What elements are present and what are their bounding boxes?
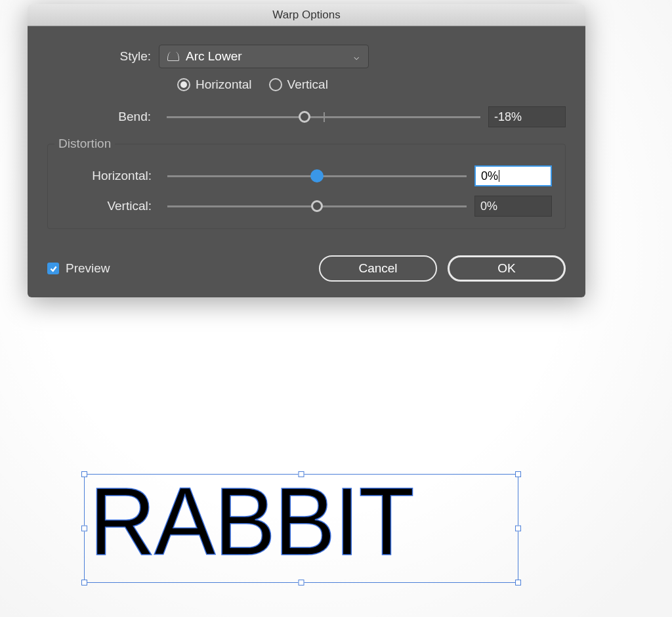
orientation-horizontal-radio[interactable]: Horizontal xyxy=(177,77,252,92)
selection-handle-tm[interactable] xyxy=(299,471,304,477)
selection-handle-ml[interactable] xyxy=(81,526,87,532)
chevron-down-icon: ⌵ xyxy=(354,51,359,62)
selection-bounding-box xyxy=(84,474,518,583)
canvas-selection[interactable]: RABBIT xyxy=(84,473,520,584)
distortion-horizontal-row: Horizontal: 0% xyxy=(48,165,552,186)
distortion-vertical-value: 0% xyxy=(480,200,497,213)
style-value: Arc Lower xyxy=(186,49,347,64)
dialog-title: Warp Options xyxy=(272,9,340,22)
warp-options-dialog: Warp Options Style: Arc Lower ⌵ Horizont… xyxy=(28,4,585,297)
distortion-vertical-label: Vertical: xyxy=(48,199,159,213)
ok-button[interactable]: OK xyxy=(448,255,566,282)
bend-row: Bend: -18% xyxy=(47,106,566,127)
selection-handle-tr[interactable] xyxy=(515,471,521,477)
orientation-vertical-label: Vertical xyxy=(287,77,328,92)
distortion-vertical-row: Vertical: 0% xyxy=(48,196,552,217)
distortion-vertical-thumb[interactable] xyxy=(311,200,323,212)
distortion-horizontal-thumb[interactable] xyxy=(310,169,324,182)
selection-handle-tl[interactable] xyxy=(81,471,87,477)
dialog-body: Style: Arc Lower ⌵ Horizontal Vertical B… xyxy=(28,26,585,297)
orientation-horizontal-label: Horizontal xyxy=(196,77,252,92)
preview-label: Preview xyxy=(66,261,110,276)
distortion-legend: Distortion xyxy=(54,137,115,151)
orientation-radios: Horizontal Vertical xyxy=(177,77,566,92)
style-select[interactable]: Arc Lower ⌵ xyxy=(159,45,369,68)
distortion-group: Distortion Horizontal: 0% Vertical: 0% xyxy=(47,137,566,229)
slider-center-tick xyxy=(324,112,325,122)
bend-value-field[interactable]: -18% xyxy=(488,106,566,127)
distortion-vertical-slider[interactable] xyxy=(167,205,467,207)
bend-slider[interactable] xyxy=(167,116,480,118)
cancel-button[interactable]: Cancel xyxy=(319,255,437,282)
preview-checkbox[interactable] xyxy=(47,263,59,274)
text-caret-icon xyxy=(499,170,499,182)
dialog-footer: Preview Cancel OK xyxy=(47,255,566,282)
distortion-horizontal-slider[interactable] xyxy=(167,175,467,177)
style-row: Style: Arc Lower ⌵ xyxy=(47,45,566,68)
radio-dot-icon xyxy=(177,78,190,91)
selection-handle-bm[interactable] xyxy=(299,580,304,585)
dialog-titlebar[interactable]: Warp Options xyxy=(28,4,585,26)
arc-lower-icon xyxy=(167,52,179,61)
bend-value: -18% xyxy=(494,110,522,124)
checkmark-icon xyxy=(49,265,58,273)
selection-handle-bl[interactable] xyxy=(81,580,87,585)
style-label: Style: xyxy=(47,49,159,64)
distortion-vertical-field[interactable]: 0% xyxy=(474,196,552,217)
bend-slider-thumb[interactable] xyxy=(299,111,310,123)
distortion-horizontal-value: 0% xyxy=(481,169,498,183)
selection-handle-mr[interactable] xyxy=(515,526,521,532)
radio-circle-icon xyxy=(269,78,282,91)
selection-handle-br[interactable] xyxy=(515,580,521,585)
distortion-horizontal-label: Horizontal: xyxy=(48,169,159,183)
orientation-vertical-radio[interactable]: Vertical xyxy=(269,77,328,92)
distortion-horizontal-field[interactable]: 0% xyxy=(474,165,552,186)
bend-label: Bend: xyxy=(47,110,159,124)
